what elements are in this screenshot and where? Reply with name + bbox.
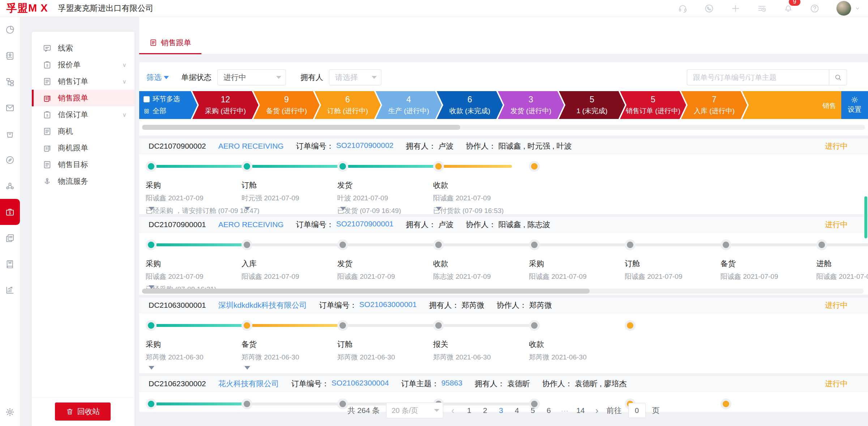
- network-icon: [5, 181, 15, 191]
- help-icon[interactable]: [810, 4, 820, 13]
- order-no-link[interactable]: SO21070900002: [336, 141, 394, 151]
- owner-label: 拥有人：: [406, 220, 436, 230]
- stage-count: 3: [529, 95, 533, 105]
- expand-arrow[interactable]: [149, 207, 154, 210]
- timeline-dot: [723, 242, 729, 248]
- page-size-value: 20 条/页: [392, 406, 418, 416]
- filter-button[interactable]: 筛选: [146, 72, 169, 82]
- timeline-dot: [435, 322, 442, 329]
- sidebar-item-4[interactable]: 销售跟单: [32, 90, 134, 106]
- vertical-scrollbar-thumb[interactable]: [864, 196, 867, 238]
- stage-chevron-4[interactable]: 4生产 (进行中): [374, 91, 442, 119]
- owner-value: 袁德昕: [507, 379, 530, 389]
- search-input[interactable]: [687, 69, 829, 85]
- sidebar-item-2[interactable]: $报价单∨: [32, 56, 134, 73]
- sidebar-item-label: 线索: [58, 43, 73, 53]
- history-icon[interactable]: [757, 4, 767, 13]
- stage-multiselect-row[interactable]: 环节多选: [144, 94, 197, 104]
- scrollbar-thumb[interactable]: [142, 125, 460, 130]
- page-number-4[interactable]: 4: [510, 405, 524, 416]
- expand-arrow[interactable]: [340, 207, 346, 210]
- stage-chevron-1[interactable]: 12采购 (进行中): [191, 91, 258, 119]
- stage-all-row[interactable]: 全部: [144, 106, 197, 116]
- prev-page-button[interactable]: ‹: [450, 405, 456, 416]
- add-icon[interactable]: [731, 4, 740, 13]
- owner-select[interactable]: 请选择: [329, 69, 381, 85]
- rail-item-documents[interactable]: [0, 225, 20, 251]
- stage-chevron-2[interactable]: 9备货 (进行中): [252, 91, 320, 119]
- page-number-5[interactable]: 5: [526, 405, 540, 416]
- rail-item-shop-bag[interactable]: [0, 121, 20, 147]
- stage-multiselect-block[interactable]: 环节多选 全部: [139, 91, 197, 119]
- next-page-button[interactable]: ›: [594, 405, 600, 416]
- rail-item-trend-chart[interactable]: [0, 277, 20, 303]
- owner-value: 卢波: [439, 141, 454, 151]
- sidebar-item-label: 信保订单: [58, 110, 88, 120]
- subject-link[interactable]: 95863: [441, 379, 462, 389]
- step-name: 入库: [241, 259, 335, 269]
- page-number-1[interactable]: 1: [462, 405, 476, 416]
- phone-icon[interactable]: [704, 4, 714, 13]
- page-number-2[interactable]: 2: [478, 405, 492, 416]
- rail-item-compass[interactable]: [0, 147, 20, 173]
- sidebar-item-3[interactable]: 销售订单∨: [32, 73, 134, 90]
- status-select[interactable]: 进行中: [217, 69, 286, 85]
- rail-item-contacts[interactable]: [0, 43, 20, 69]
- search-button[interactable]: [829, 69, 847, 85]
- scrollbar-thumb[interactable]: [142, 289, 590, 294]
- timeline-step: 发货叶波 2021-07-09已发货 (07-09 16:49): [337, 180, 431, 214]
- stage-chevron-8[interactable]: 5销售订单 (进行中): [619, 91, 686, 119]
- checkbox-icon[interactable]: [144, 96, 150, 102]
- user-menu[interactable]: [836, 1, 861, 16]
- page-number-3[interactable]: 3: [494, 405, 508, 416]
- rail-settings-button[interactable]: [0, 403, 20, 421]
- rail-item-briefcase-dollar[interactable]: $: [0, 199, 20, 225]
- chevron-down-icon: [854, 5, 861, 12]
- stage-chevron-5[interactable]: 6收款 (未完成): [435, 91, 503, 119]
- stage-settings-button[interactable]: 设置: [841, 91, 868, 119]
- order-no-link[interactable]: SO21062300004: [332, 379, 389, 389]
- rail-item-notebook[interactable]: [0, 251, 20, 277]
- customer-service-icon[interactable]: [678, 4, 688, 13]
- page-size-select[interactable]: 20 条/页: [386, 402, 443, 418]
- sidebar-item-6[interactable]: 商机: [32, 123, 134, 140]
- stage-chevron-3[interactable]: 6订舱 (进行中): [313, 91, 381, 119]
- order-no-link[interactable]: SO21070900001: [336, 220, 394, 230]
- timeline-step: 采购阳诚鑫 2021-07-09已经采购 ，请安排订舱 (07-09 16:47…: [146, 180, 240, 214]
- expand-arrow[interactable]: [436, 207, 442, 210]
- sidebar-item-1[interactable]: 线索: [32, 40, 134, 56]
- expand-arrow[interactable]: [149, 366, 154, 370]
- notification-bell[interactable]: 9: [783, 3, 793, 14]
- expand-arrow[interactable]: [244, 207, 250, 210]
- customer-link[interactable]: 花火科技有限公司: [218, 379, 279, 389]
- sidebar-item-8[interactable]: 销售目标: [32, 156, 134, 173]
- collaborators-label: 协作人：: [466, 141, 496, 151]
- stage-chevron-6[interactable]: 3发货 (进行中): [496, 91, 564, 119]
- sidebar-item-5[interactable]: $信保订单∨: [32, 106, 134, 123]
- rail-item-network[interactable]: [0, 173, 20, 199]
- customer-link[interactable]: AERO RECEIVING: [218, 142, 284, 150]
- recycle-bin-button[interactable]: 回收站: [55, 402, 111, 421]
- sidebar-divider: [32, 397, 134, 398]
- rail-item-mail[interactable]: [0, 95, 20, 121]
- stage-chevron-7[interactable]: 51 (未完成): [557, 91, 625, 119]
- stage-label: 收款 (未完成): [449, 106, 490, 116]
- customer-link[interactable]: 深圳kdkdkdk科技有限公司: [218, 300, 307, 310]
- tab-sales-tracking[interactable]: 销售跟单: [139, 32, 201, 54]
- collaborators-field: 协作人：阳诚鑫 , 时元强 , 叶波: [466, 141, 572, 151]
- page-number-6[interactable]: 6: [542, 405, 556, 416]
- timeline-dot: [244, 242, 250, 248]
- goto-page-input[interactable]: [628, 403, 646, 418]
- expand-arrow[interactable]: [244, 366, 250, 370]
- sidebar-item-9[interactable]: 物流服务: [32, 173, 134, 189]
- stage-chevron-9[interactable]: 7入库 (进行中): [680, 91, 747, 119]
- order-no-link[interactable]: SO21063000001: [359, 300, 417, 310]
- rail-item-org-tree[interactable]: [0, 69, 20, 95]
- trash-icon: [66, 408, 74, 416]
- sidebar-item-7[interactable]: 商机跟单: [32, 140, 134, 156]
- order-no-field: 订单编号：SO21063000001: [319, 300, 417, 310]
- status-badge: 进行中: [825, 141, 848, 151]
- customer-link[interactable]: AERO RECEIVING: [218, 220, 284, 229]
- page-number-14[interactable]: 14: [574, 405, 587, 416]
- rail-item-pie-chart[interactable]: [0, 17, 20, 43]
